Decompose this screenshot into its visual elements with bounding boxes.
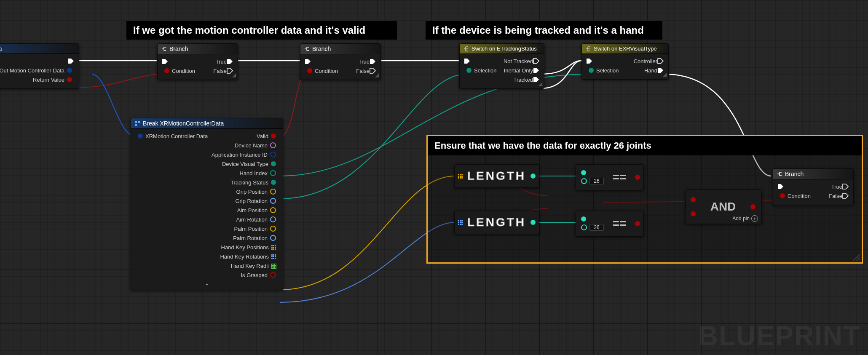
pin-palm-position: Palm Position [234, 226, 268, 232]
switch-icon [585, 46, 591, 52]
pin-icon[interactable] [589, 68, 594, 73]
pin-condition: Condition [788, 193, 811, 199]
exec-out-true-icon[interactable] [227, 59, 233, 64]
pin-icon[interactable] [270, 226, 276, 232]
pin-false: False [829, 193, 842, 199]
pin-icon[interactable] [581, 178, 587, 184]
pin-icon[interactable] [138, 133, 143, 139]
pin-icon[interactable] [581, 170, 586, 175]
resize-icon[interactable] [853, 254, 860, 261]
length-label: LENGTH [465, 167, 528, 185]
exec-out-icon[interactable] [533, 58, 540, 64]
pin-icon[interactable] [530, 220, 536, 225]
node-motion-controller-data[interactable]: on Controller Data Out Motion Controller… [0, 43, 79, 89]
add-pin-label: Add pin [732, 216, 750, 222]
branch-icon [161, 46, 167, 52]
pin-grip-position: Grip Position [236, 189, 268, 195]
node-switch-tracking-status[interactable]: Switch on ETrackingStatus Not Tracked Se… [459, 43, 544, 89]
node-branch-3[interactable]: Branch True Condition False [773, 168, 854, 205]
pin-icon[interactable] [270, 142, 276, 148]
add-pin-button[interactable]: + [751, 215, 758, 222]
pin-icon[interactable] [466, 68, 472, 73]
exec-out-icon[interactable] [657, 67, 664, 73]
pin-selection: Selection [596, 67, 619, 74]
exec-out-icon[interactable] [533, 67, 540, 73]
pin-icon[interactable] [271, 180, 276, 185]
pin-icon[interactable] [635, 221, 640, 226]
array-pin-icon[interactable] [458, 220, 463, 225]
pin-icon[interactable] [530, 173, 536, 179]
node-equals-2[interactable]: 26 == [576, 211, 644, 237]
exec-out-true-icon[interactable] [370, 59, 376, 64]
pin-icon[interactable] [691, 211, 696, 216]
node-branch-2[interactable]: Branch True Condition False ◢ [300, 43, 381, 80]
array-pin-icon[interactable] [458, 174, 463, 179]
node-and[interactable]: AND Add pin + [685, 190, 762, 224]
exec-out-false-icon[interactable] [227, 68, 233, 74]
pin-condition: Condition [315, 68, 338, 74]
pin-icon[interactable] [270, 170, 276, 176]
equals-operator: == [606, 217, 632, 230]
equals-value[interactable]: 26 [589, 178, 604, 184]
pin-aim-rotation: Aim Rotation [236, 216, 268, 223]
pin-icon[interactable] [270, 235, 276, 241]
pin-not-tracked: Not Tracked [504, 58, 533, 64]
pin-icon[interactable] [270, 207, 276, 213]
exec-in-icon[interactable] [162, 59, 169, 64]
pin-icon[interactable] [750, 204, 755, 209]
pin-icon[interactable] [270, 216, 276, 222]
pin-icon[interactable] [270, 189, 276, 195]
pin-icon[interactable] [271, 161, 276, 166]
pin-icon[interactable] [67, 77, 72, 82]
exec-out-false-icon[interactable] [370, 68, 376, 74]
pin-icon[interactable] [270, 198, 276, 204]
pin-icon[interactable] [270, 152, 276, 157]
pin-icon[interactable] [67, 68, 72, 73]
exec-in-icon[interactable] [305, 59, 311, 64]
exec-out-true-icon[interactable] [842, 184, 849, 190]
branch-icon [304, 46, 310, 52]
comment-motion-valid[interactable]: If we got the motion controller data and… [126, 21, 397, 40]
length-label: LENGTH [465, 213, 528, 232]
exec-out-icon[interactable] [533, 77, 540, 83]
equals-value[interactable]: 26 [589, 224, 604, 231]
expand-icon[interactable]: ⌃ [205, 283, 209, 289]
pin-is-grasped: Is Grasped [241, 272, 268, 278]
pin-icon[interactable] [271, 133, 276, 139]
exec-out-false-icon[interactable] [842, 193, 849, 199]
node-length-1[interactable]: LENGTH [454, 164, 539, 188]
pin-aim-position: Aim Position [237, 207, 268, 214]
exec-in-icon[interactable] [777, 184, 784, 190]
pin-condition: Condition [172, 68, 195, 74]
pin-grip-rotation: Grip Rotation [235, 198, 268, 204]
pin-device-visual-type: Device Visual Type [222, 161, 268, 167]
pin-app-instance-id: Application Instance ID [212, 152, 268, 158]
exec-in-icon[interactable] [464, 58, 471, 64]
pin-icon[interactable] [307, 68, 312, 73]
node-branch-1[interactable]: Branch True Condition False ◢ [157, 43, 238, 80]
node-equals-1[interactable]: 26 == [576, 164, 644, 190]
comment-tracked-hand[interactable]: If the device is being tracked and it's … [426, 21, 662, 40]
pin-false: False [356, 68, 370, 74]
svg-rect-1 [138, 121, 140, 123]
node-length-2[interactable]: LENGTH [454, 211, 539, 234]
pin-icon[interactable] [581, 216, 586, 222]
exec-out-icon[interactable] [68, 58, 75, 64]
pin-icon[interactable] [691, 197, 696, 202]
pin-icon[interactable] [164, 68, 169, 73]
exec-out-icon[interactable] [657, 58, 664, 64]
node-switch-visual-type[interactable]: Switch on EXRVisualType Controller Selec… [581, 43, 669, 80]
node-break-xrmotioncontrollerdata[interactable]: Break XRMotionControllerData XRMotion Co… [131, 118, 283, 290]
array-pin-icon[interactable] [271, 254, 276, 259]
pin-hand-index: Hand Index [240, 170, 268, 176]
pin-icon[interactable] [270, 272, 276, 278]
node-title: Switch on EXRVisualType [594, 45, 657, 52]
pin-icon[interactable] [581, 224, 587, 230]
exec-in-icon[interactable] [586, 58, 593, 64]
array-pin-icon[interactable] [271, 264, 276, 268]
svg-rect-2 [135, 124, 137, 126]
pin-icon[interactable] [635, 175, 640, 180]
array-pin-icon[interactable] [271, 245, 276, 250]
break-struct-icon [134, 120, 140, 126]
pin-icon[interactable] [780, 193, 785, 198]
